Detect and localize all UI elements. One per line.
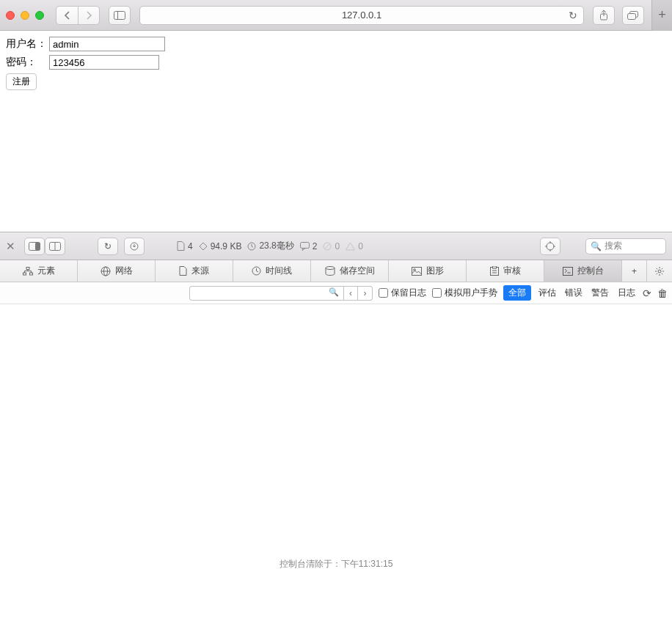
svg-rect-4 <box>628 13 636 19</box>
stat-blocked: 0 <box>323 241 340 251</box>
window-controls <box>6 11 44 20</box>
refresh-console-icon[interactable]: ⟳ <box>643 287 651 299</box>
globe-icon <box>101 266 111 276</box>
svg-rect-30 <box>492 266 496 268</box>
stat-size: 94.9 KB <box>199 241 242 251</box>
svg-point-32 <box>658 270 661 273</box>
gear-icon <box>654 266 665 276</box>
svg-rect-19 <box>26 267 29 269</box>
database-icon <box>325 266 335 276</box>
browser-toolbar: 127.0.0.1 ↻ + <box>0 0 672 31</box>
stat-messages: 2 <box>300 241 318 251</box>
tab-sources[interactable]: 来源 <box>156 260 233 282</box>
svg-rect-0 <box>114 11 125 19</box>
settings-button[interactable] <box>647 260 672 282</box>
console-icon <box>563 267 573 276</box>
dock-side-button[interactable] <box>24 238 45 255</box>
tab-storage[interactable]: 储存空间 <box>311 260 389 282</box>
stat-time: 23.8毫秒 <box>247 240 293 252</box>
filter-all-button[interactable]: 全部 <box>503 285 531 301</box>
svg-point-14 <box>547 243 554 250</box>
console-filter-bar: 🔍 ‹› 保留日志 模拟用户手势 全部 评估 错误 警告 日志 ⟳ 🗑 <box>0 282 672 304</box>
share-button[interactable] <box>593 6 615 25</box>
hierarchy-icon <box>23 267 33 276</box>
url-text: 127.0.0.1 <box>342 10 381 21</box>
tab-console[interactable]: 控制台 <box>544 260 622 282</box>
tab-network[interactable]: 网络 <box>78 260 156 282</box>
prev-match-button[interactable]: ‹ <box>343 286 358 301</box>
keep-log-checkbox[interactable]: 保留日志 <box>379 287 426 299</box>
stat-warnings: 0 <box>346 241 363 251</box>
close-devtools-icon[interactable]: ✕ <box>6 240 15 253</box>
download-button[interactable] <box>124 238 145 255</box>
page-content: 用户名： 密码： 注册 <box>0 31 672 232</box>
svg-line-13 <box>325 243 330 249</box>
devtools-search[interactable]: 🔍搜索 <box>585 238 666 254</box>
tabs-button[interactable] <box>622 6 644 25</box>
new-tab-button[interactable]: + <box>651 0 672 31</box>
clear-console-icon[interactable]: 🗑 <box>657 287 668 299</box>
target-button[interactable] <box>540 238 560 255</box>
register-button[interactable]: 注册 <box>6 73 37 90</box>
filter-input[interactable] <box>189 286 343 301</box>
console-cleared-message: 控制台清除于：下午11:31:15 <box>0 554 672 571</box>
filter-log-button[interactable]: 日志 <box>616 287 637 299</box>
svg-rect-11 <box>300 242 309 248</box>
sidebar-toggle-button[interactable] <box>109 6 131 25</box>
svg-rect-31 <box>563 267 572 275</box>
console-filter-search[interactable]: 🔍 ‹› <box>189 286 373 301</box>
svg-rect-21 <box>29 273 32 275</box>
reload-icon[interactable]: ↻ <box>569 10 577 21</box>
clock-icon <box>252 266 261 276</box>
maximize-window-icon[interactable] <box>35 11 44 20</box>
svg-rect-27 <box>412 267 421 275</box>
devtools-toolbar: ✕ ↻ 4 94.9 KB 23.8毫秒 2 0 0 🔍搜索 <box>0 232 672 260</box>
password-input[interactable] <box>49 55 159 70</box>
devtools-tabbar: 元素 网络 来源 时间线 储存空间 图形 审核 控制台 + <box>0 260 672 282</box>
document-icon <box>179 266 187 276</box>
image-icon <box>412 267 422 276</box>
search-icon: 🔍 <box>329 287 339 297</box>
svg-rect-6 <box>35 242 40 250</box>
console-output: 控制台清除于：下午11:31:15 admin – "123456" – "6B… <box>0 304 672 571</box>
search-icon: 🔍 <box>591 241 602 251</box>
stat-docs: 4 <box>177 241 193 251</box>
devtools-panel: ✕ ↻ 4 94.9 KB 23.8毫秒 2 0 0 🔍搜索 元素 网络 来源 … <box>0 232 672 571</box>
reload-devtools-button[interactable]: ↻ <box>98 238 118 255</box>
simulate-gesture-checkbox[interactable]: 模拟用户手势 <box>432 287 497 299</box>
svg-point-26 <box>326 267 335 270</box>
tab-graphics[interactable]: 图形 <box>389 260 467 282</box>
forward-button[interactable] <box>78 6 100 25</box>
back-button[interactable] <box>56 6 78 25</box>
checklist-icon <box>490 266 499 276</box>
tab-audit[interactable]: 审核 <box>467 260 544 282</box>
dock-split-button[interactable] <box>45 238 65 255</box>
filter-warn-button[interactable]: 警告 <box>590 287 610 299</box>
svg-rect-20 <box>23 273 26 275</box>
next-match-button[interactable]: › <box>358 286 373 301</box>
username-input[interactable] <box>49 37 165 51</box>
filter-eval-button[interactable]: 评估 <box>537 287 558 299</box>
password-label: 密码： <box>6 56 49 69</box>
minimize-window-icon[interactable] <box>21 11 29 20</box>
tab-elements[interactable]: 元素 <box>0 260 78 282</box>
address-bar[interactable]: 127.0.0.1 ↻ <box>139 6 584 25</box>
add-tab-button[interactable]: + <box>622 260 647 282</box>
filter-error-button[interactable]: 错误 <box>563 287 584 299</box>
tab-timeline[interactable]: 时间线 <box>233 260 311 282</box>
close-window-icon[interactable] <box>6 11 15 20</box>
username-label: 用户名： <box>6 37 49 51</box>
